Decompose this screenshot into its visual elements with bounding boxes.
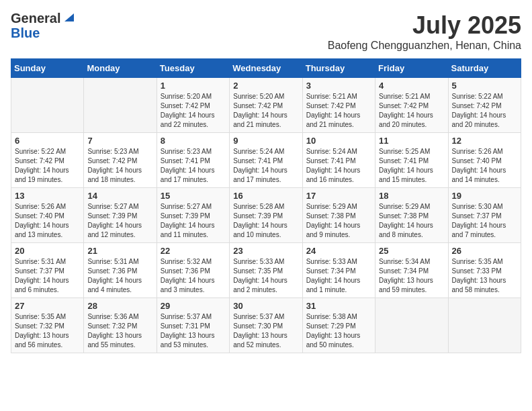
day-info: Sunrise: 5:31 AMSunset: 7:37 PMDaylight:… — [15, 257, 80, 295]
day-info: Sunrise: 5:28 AMSunset: 7:39 PMDaylight:… — [233, 202, 298, 240]
calendar-cell: 5Sunrise: 5:22 AMSunset: 7:42 PMDaylight… — [448, 78, 521, 133]
logo-general-text: General — [11, 11, 60, 26]
calendar-cell: 9Sunrise: 5:24 AMSunset: 7:41 PMDaylight… — [230, 133, 302, 188]
day-number: 13 — [15, 191, 80, 201]
calendar-cell: 2Sunrise: 5:20 AMSunset: 7:42 PMDaylight… — [230, 78, 302, 133]
page-header: General Blue July 2025 Baofeng Chengguan… — [11, 11, 521, 52]
day-number: 27 — [15, 301, 80, 311]
day-info: Sunrise: 5:27 AMSunset: 7:39 PMDaylight:… — [87, 202, 152, 240]
calendar-cell: 23Sunrise: 5:33 AMSunset: 7:35 PMDayligh… — [230, 243, 302, 298]
weekday-header: Friday — [375, 59, 448, 78]
day-info: Sunrise: 5:25 AMSunset: 7:41 PMDaylight:… — [379, 147, 444, 185]
day-number: 20 — [15, 246, 80, 256]
day-number: 11 — [379, 136, 444, 146]
calendar-week-row: 1Sunrise: 5:20 AMSunset: 7:42 PMDaylight… — [11, 78, 521, 133]
day-number: 1 — [161, 81, 226, 91]
calendar-week-row: 20Sunrise: 5:31 AMSunset: 7:37 PMDayligh… — [11, 243, 521, 298]
weekday-header: Saturday — [448, 59, 521, 78]
calendar-cell: 4Sunrise: 5:21 AMSunset: 7:42 PMDaylight… — [375, 78, 448, 133]
calendar-week-row: 6Sunrise: 5:22 AMSunset: 7:42 PMDaylight… — [11, 133, 521, 188]
day-number: 18 — [379, 191, 444, 201]
day-info: Sunrise: 5:20 AMSunset: 7:42 PMDaylight:… — [233, 92, 298, 130]
day-number: 23 — [233, 246, 298, 256]
day-info: Sunrise: 5:30 AMSunset: 7:37 PMDaylight:… — [452, 202, 517, 240]
day-number: 19 — [452, 191, 517, 201]
day-info: Sunrise: 5:29 AMSunset: 7:38 PMDaylight:… — [306, 202, 371, 240]
calendar-cell: 12Sunrise: 5:26 AMSunset: 7:40 PMDayligh… — [448, 133, 521, 188]
day-number: 21 — [87, 246, 152, 256]
day-info: Sunrise: 5:22 AMSunset: 7:42 PMDaylight:… — [15, 147, 80, 185]
calendar-cell: 15Sunrise: 5:27 AMSunset: 7:39 PMDayligh… — [157, 188, 229, 243]
day-number: 12 — [452, 136, 517, 146]
calendar-cell: 7Sunrise: 5:23 AMSunset: 7:42 PMDaylight… — [84, 133, 157, 188]
calendar-week-row: 27Sunrise: 5:35 AMSunset: 7:32 PMDayligh… — [11, 298, 521, 353]
day-number: 9 — [233, 136, 298, 146]
day-number: 16 — [233, 191, 298, 201]
day-number: 5 — [452, 81, 517, 91]
location-title: Baofeng Chengguanzhen, Henan, China — [328, 40, 521, 52]
calendar-cell — [84, 78, 157, 133]
day-number: 29 — [161, 301, 226, 311]
calendar-cell: 25Sunrise: 5:34 AMSunset: 7:34 PMDayligh… — [375, 243, 448, 298]
calendar-week-row: 13Sunrise: 5:26 AMSunset: 7:40 PMDayligh… — [11, 188, 521, 243]
weekday-header: Monday — [84, 59, 157, 78]
calendar-cell: 20Sunrise: 5:31 AMSunset: 7:37 PMDayligh… — [11, 243, 84, 298]
day-number: 7 — [87, 136, 152, 146]
day-number: 28 — [87, 301, 152, 311]
weekday-header: Wednesday — [230, 59, 302, 78]
month-title: July 2025 — [328, 11, 521, 40]
day-info: Sunrise: 5:26 AMSunset: 7:40 PMDaylight:… — [15, 202, 80, 240]
calendar-cell: 24Sunrise: 5:33 AMSunset: 7:34 PMDayligh… — [302, 243, 375, 298]
calendar-cell: 1Sunrise: 5:20 AMSunset: 7:42 PMDaylight… — [157, 78, 229, 133]
day-info: Sunrise: 5:27 AMSunset: 7:39 PMDaylight:… — [161, 202, 226, 240]
day-number: 22 — [161, 246, 226, 256]
calendar-cell — [448, 298, 521, 353]
calendar-cell: 19Sunrise: 5:30 AMSunset: 7:37 PMDayligh… — [448, 188, 521, 243]
day-info: Sunrise: 5:24 AMSunset: 7:41 PMDaylight:… — [233, 147, 298, 185]
day-info: Sunrise: 5:32 AMSunset: 7:36 PMDaylight:… — [161, 257, 226, 295]
day-info: Sunrise: 5:26 AMSunset: 7:40 PMDaylight:… — [452, 147, 517, 185]
calendar-cell: 6Sunrise: 5:22 AMSunset: 7:42 PMDaylight… — [11, 133, 84, 188]
calendar-cell — [375, 298, 448, 353]
calendar-cell: 8Sunrise: 5:23 AMSunset: 7:41 PMDaylight… — [157, 133, 229, 188]
day-number: 2 — [233, 81, 298, 91]
svg-marker-0 — [64, 13, 74, 21]
calendar-cell: 29Sunrise: 5:37 AMSunset: 7:31 PMDayligh… — [157, 298, 229, 353]
day-number: 4 — [379, 81, 444, 91]
calendar-cell: 31Sunrise: 5:38 AMSunset: 7:29 PMDayligh… — [302, 298, 375, 353]
weekday-header: Tuesday — [157, 59, 229, 78]
day-info: Sunrise: 5:34 AMSunset: 7:34 PMDaylight:… — [379, 257, 444, 295]
day-number: 14 — [87, 191, 152, 201]
day-number: 24 — [306, 246, 371, 256]
calendar-cell: 30Sunrise: 5:37 AMSunset: 7:30 PMDayligh… — [230, 298, 302, 353]
day-info: Sunrise: 5:38 AMSunset: 7:29 PMDaylight:… — [306, 312, 371, 350]
day-info: Sunrise: 5:29 AMSunset: 7:38 PMDaylight:… — [379, 202, 444, 240]
calendar-cell: 18Sunrise: 5:29 AMSunset: 7:38 PMDayligh… — [375, 188, 448, 243]
day-info: Sunrise: 5:23 AMSunset: 7:42 PMDaylight:… — [87, 147, 152, 185]
calendar-cell: 28Sunrise: 5:36 AMSunset: 7:32 PMDayligh… — [84, 298, 157, 353]
day-info: Sunrise: 5:24 AMSunset: 7:41 PMDaylight:… — [306, 147, 371, 185]
day-number: 15 — [161, 191, 226, 201]
day-number: 26 — [452, 246, 517, 256]
day-number: 31 — [306, 301, 371, 311]
day-info: Sunrise: 5:36 AMSunset: 7:32 PMDaylight:… — [87, 312, 152, 350]
calendar-cell: 14Sunrise: 5:27 AMSunset: 7:39 PMDayligh… — [84, 188, 157, 243]
day-info: Sunrise: 5:33 AMSunset: 7:34 PMDaylight:… — [306, 257, 371, 295]
day-info: Sunrise: 5:22 AMSunset: 7:42 PMDaylight:… — [452, 92, 517, 130]
calendar-cell: 22Sunrise: 5:32 AMSunset: 7:36 PMDayligh… — [157, 243, 229, 298]
calendar-cell: 21Sunrise: 5:31 AMSunset: 7:36 PMDayligh… — [84, 243, 157, 298]
calendar-cell — [11, 78, 84, 133]
weekday-header: Sunday — [11, 59, 84, 78]
calendar-cell: 27Sunrise: 5:35 AMSunset: 7:32 PMDayligh… — [11, 298, 84, 353]
day-info: Sunrise: 5:37 AMSunset: 7:31 PMDaylight:… — [161, 312, 226, 350]
day-number: 17 — [306, 191, 371, 201]
day-info: Sunrise: 5:35 AMSunset: 7:33 PMDaylight:… — [452, 257, 517, 295]
day-number: 3 — [306, 81, 371, 91]
calendar-cell: 11Sunrise: 5:25 AMSunset: 7:41 PMDayligh… — [375, 133, 448, 188]
weekday-header: Thursday — [302, 59, 375, 78]
calendar-cell: 10Sunrise: 5:24 AMSunset: 7:41 PMDayligh… — [302, 133, 375, 188]
calendar-cell: 16Sunrise: 5:28 AMSunset: 7:39 PMDayligh… — [230, 188, 302, 243]
calendar-cell: 26Sunrise: 5:35 AMSunset: 7:33 PMDayligh… — [448, 243, 521, 298]
day-number: 8 — [161, 136, 226, 146]
day-info: Sunrise: 5:20 AMSunset: 7:42 PMDaylight:… — [161, 92, 226, 130]
